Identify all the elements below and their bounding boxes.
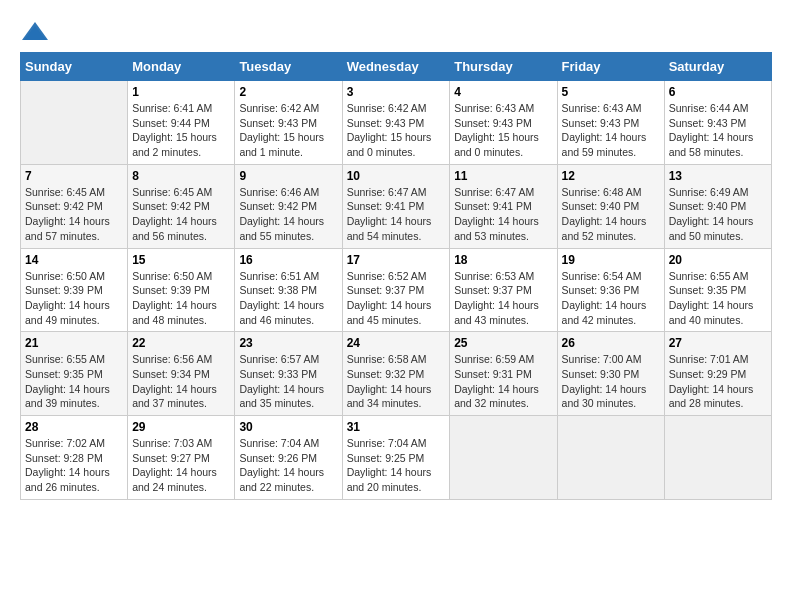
day-info: Sunrise: 7:01 AMSunset: 9:29 PMDaylight:… [669, 352, 767, 411]
week-row-3: 14Sunrise: 6:50 AMSunset: 9:39 PMDayligh… [21, 248, 772, 332]
calendar-cell: 20Sunrise: 6:55 AMSunset: 9:35 PMDayligh… [664, 248, 771, 332]
day-number: 6 [669, 85, 767, 99]
header-day-friday: Friday [557, 53, 664, 81]
day-number: 5 [562, 85, 660, 99]
day-info: Sunrise: 6:53 AMSunset: 9:37 PMDaylight:… [454, 269, 552, 328]
calendar-cell: 26Sunrise: 7:00 AMSunset: 9:30 PMDayligh… [557, 332, 664, 416]
day-number: 3 [347, 85, 446, 99]
day-info: Sunrise: 6:47 AMSunset: 9:41 PMDaylight:… [454, 185, 552, 244]
calendar-cell: 6Sunrise: 6:44 AMSunset: 9:43 PMDaylight… [664, 81, 771, 165]
day-info: Sunrise: 6:50 AMSunset: 9:39 PMDaylight:… [25, 269, 123, 328]
calendar-cell: 10Sunrise: 6:47 AMSunset: 9:41 PMDayligh… [342, 164, 450, 248]
calendar-cell: 13Sunrise: 6:49 AMSunset: 9:40 PMDayligh… [664, 164, 771, 248]
calendar-cell: 24Sunrise: 6:58 AMSunset: 9:32 PMDayligh… [342, 332, 450, 416]
header-day-wednesday: Wednesday [342, 53, 450, 81]
calendar-cell: 16Sunrise: 6:51 AMSunset: 9:38 PMDayligh… [235, 248, 342, 332]
calendar-cell: 9Sunrise: 6:46 AMSunset: 9:42 PMDaylight… [235, 164, 342, 248]
week-row-4: 21Sunrise: 6:55 AMSunset: 9:35 PMDayligh… [21, 332, 772, 416]
day-info: Sunrise: 6:54 AMSunset: 9:36 PMDaylight:… [562, 269, 660, 328]
day-number: 28 [25, 420, 123, 434]
day-info: Sunrise: 7:02 AMSunset: 9:28 PMDaylight:… [25, 436, 123, 495]
day-number: 23 [239, 336, 337, 350]
calendar-table: SundayMondayTuesdayWednesdayThursdayFrid… [20, 52, 772, 500]
day-info: Sunrise: 6:46 AMSunset: 9:42 PMDaylight:… [239, 185, 337, 244]
page-header [20, 20, 772, 44]
day-info: Sunrise: 6:56 AMSunset: 9:34 PMDaylight:… [132, 352, 230, 411]
week-row-1: 1Sunrise: 6:41 AMSunset: 9:44 PMDaylight… [21, 81, 772, 165]
calendar-cell: 12Sunrise: 6:48 AMSunset: 9:40 PMDayligh… [557, 164, 664, 248]
day-number: 19 [562, 253, 660, 267]
day-number: 9 [239, 169, 337, 183]
day-number: 4 [454, 85, 552, 99]
day-number: 18 [454, 253, 552, 267]
calendar-cell: 28Sunrise: 7:02 AMSunset: 9:28 PMDayligh… [21, 416, 128, 500]
day-number: 20 [669, 253, 767, 267]
day-number: 24 [347, 336, 446, 350]
day-info: Sunrise: 6:48 AMSunset: 9:40 PMDaylight:… [562, 185, 660, 244]
day-number: 2 [239, 85, 337, 99]
calendar-cell: 17Sunrise: 6:52 AMSunset: 9:37 PMDayligh… [342, 248, 450, 332]
day-number: 14 [25, 253, 123, 267]
calendar-cell: 3Sunrise: 6:42 AMSunset: 9:43 PMDaylight… [342, 81, 450, 165]
day-info: Sunrise: 6:42 AMSunset: 9:43 PMDaylight:… [239, 101, 337, 160]
day-number: 11 [454, 169, 552, 183]
day-number: 25 [454, 336, 552, 350]
day-info: Sunrise: 6:55 AMSunset: 9:35 PMDaylight:… [669, 269, 767, 328]
day-number: 17 [347, 253, 446, 267]
day-number: 21 [25, 336, 123, 350]
calendar-cell [557, 416, 664, 500]
calendar-cell [664, 416, 771, 500]
calendar-cell: 15Sunrise: 6:50 AMSunset: 9:39 PMDayligh… [128, 248, 235, 332]
day-number: 7 [25, 169, 123, 183]
calendar-cell [21, 81, 128, 165]
day-info: Sunrise: 7:00 AMSunset: 9:30 PMDaylight:… [562, 352, 660, 411]
header-day-thursday: Thursday [450, 53, 557, 81]
header-day-tuesday: Tuesday [235, 53, 342, 81]
calendar-cell: 2Sunrise: 6:42 AMSunset: 9:43 PMDaylight… [235, 81, 342, 165]
logo [20, 20, 54, 44]
calendar-cell [450, 416, 557, 500]
day-info: Sunrise: 7:04 AMSunset: 9:25 PMDaylight:… [347, 436, 446, 495]
day-info: Sunrise: 6:42 AMSunset: 9:43 PMDaylight:… [347, 101, 446, 160]
day-info: Sunrise: 6:45 AMSunset: 9:42 PMDaylight:… [25, 185, 123, 244]
calendar-cell: 14Sunrise: 6:50 AMSunset: 9:39 PMDayligh… [21, 248, 128, 332]
calendar-cell: 11Sunrise: 6:47 AMSunset: 9:41 PMDayligh… [450, 164, 557, 248]
day-info: Sunrise: 6:47 AMSunset: 9:41 PMDaylight:… [347, 185, 446, 244]
calendar-cell: 23Sunrise: 6:57 AMSunset: 9:33 PMDayligh… [235, 332, 342, 416]
calendar-cell: 19Sunrise: 6:54 AMSunset: 9:36 PMDayligh… [557, 248, 664, 332]
week-row-5: 28Sunrise: 7:02 AMSunset: 9:28 PMDayligh… [21, 416, 772, 500]
calendar-cell: 5Sunrise: 6:43 AMSunset: 9:43 PMDaylight… [557, 81, 664, 165]
calendar-cell: 30Sunrise: 7:04 AMSunset: 9:26 PMDayligh… [235, 416, 342, 500]
day-info: Sunrise: 6:49 AMSunset: 9:40 PMDaylight:… [669, 185, 767, 244]
logo-icon [20, 20, 50, 44]
day-info: Sunrise: 6:43 AMSunset: 9:43 PMDaylight:… [562, 101, 660, 160]
day-number: 1 [132, 85, 230, 99]
day-number: 12 [562, 169, 660, 183]
calendar-cell: 4Sunrise: 6:43 AMSunset: 9:43 PMDaylight… [450, 81, 557, 165]
day-number: 22 [132, 336, 230, 350]
day-number: 10 [347, 169, 446, 183]
day-info: Sunrise: 6:50 AMSunset: 9:39 PMDaylight:… [132, 269, 230, 328]
week-row-2: 7Sunrise: 6:45 AMSunset: 9:42 PMDaylight… [21, 164, 772, 248]
header-day-saturday: Saturday [664, 53, 771, 81]
day-info: Sunrise: 7:03 AMSunset: 9:27 PMDaylight:… [132, 436, 230, 495]
day-number: 15 [132, 253, 230, 267]
day-info: Sunrise: 6:43 AMSunset: 9:43 PMDaylight:… [454, 101, 552, 160]
calendar-header: SundayMondayTuesdayWednesdayThursdayFrid… [21, 53, 772, 81]
day-info: Sunrise: 6:51 AMSunset: 9:38 PMDaylight:… [239, 269, 337, 328]
day-info: Sunrise: 7:04 AMSunset: 9:26 PMDaylight:… [239, 436, 337, 495]
header-day-sunday: Sunday [21, 53, 128, 81]
calendar-cell: 29Sunrise: 7:03 AMSunset: 9:27 PMDayligh… [128, 416, 235, 500]
calendar-cell: 1Sunrise: 6:41 AMSunset: 9:44 PMDaylight… [128, 81, 235, 165]
header-day-monday: Monday [128, 53, 235, 81]
header-row: SundayMondayTuesdayWednesdayThursdayFrid… [21, 53, 772, 81]
calendar-cell: 7Sunrise: 6:45 AMSunset: 9:42 PMDaylight… [21, 164, 128, 248]
day-number: 31 [347, 420, 446, 434]
calendar-cell: 21Sunrise: 6:55 AMSunset: 9:35 PMDayligh… [21, 332, 128, 416]
day-info: Sunrise: 6:59 AMSunset: 9:31 PMDaylight:… [454, 352, 552, 411]
day-info: Sunrise: 6:55 AMSunset: 9:35 PMDaylight:… [25, 352, 123, 411]
day-number: 13 [669, 169, 767, 183]
day-info: Sunrise: 6:45 AMSunset: 9:42 PMDaylight:… [132, 185, 230, 244]
calendar-cell: 18Sunrise: 6:53 AMSunset: 9:37 PMDayligh… [450, 248, 557, 332]
day-number: 27 [669, 336, 767, 350]
